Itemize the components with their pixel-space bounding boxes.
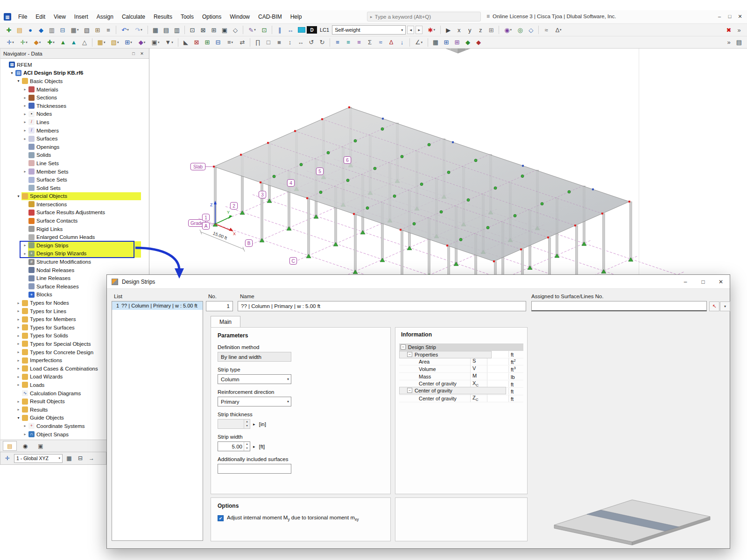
overflow-icon[interactable]: » <box>734 25 744 35</box>
support-icon[interactable]: ⊟ <box>213 38 223 47</box>
menu-item[interactable]: CAD-BIM <box>254 12 286 22</box>
grid-blue-icon[interactable]: ⊞ <box>441 38 451 47</box>
expander-icon[interactable]: ▸ <box>22 96 28 100</box>
expander-icon[interactable]: ▸ <box>15 366 21 371</box>
diamond-green-icon[interactable]: ◆ <box>463 38 473 47</box>
edit-icon[interactable]: ✎ <box>246 25 259 35</box>
checkbox-checked[interactable]: ✔ <box>218 515 224 521</box>
close-model-icon[interactable]: ✖ <box>724 25 734 35</box>
tab-display-navigator[interactable]: ◉ <box>18 441 32 451</box>
tree-item[interactable]: Surface Sets <box>1 175 149 184</box>
tree-item[interactable]: ▾ Special Objects <box>1 192 149 201</box>
new-member-icon[interactable]: ◆ <box>31 38 44 47</box>
tab-views-navigator[interactable]: ▣ <box>34 441 48 451</box>
float-panel-button[interactable]: □ <box>129 50 138 57</box>
window-button[interactable]: ✕ <box>735 11 745 21</box>
load-down-icon[interactable]: ↓ <box>397 38 407 47</box>
tree-item[interactable]: ▾ ▤ ACI Design Strip KB.rf6 <box>1 69 149 77</box>
toolbar-icon[interactable] <box>499 26 499 34</box>
block-icon[interactable]: ▦ <box>95 38 108 47</box>
expander-icon[interactable]: ▸ <box>15 358 21 363</box>
menu-item[interactable]: View <box>49 12 70 22</box>
assigned-dropdown-button[interactable]: ▾ <box>720 301 730 311</box>
coord-z-icon[interactable]: z <box>475 25 486 35</box>
toolbar-icon[interactable] <box>440 26 441 34</box>
tab-data-navigator[interactable]: ▤ <box>3 441 17 451</box>
redo-icon[interactable]: ↷ <box>132 25 145 35</box>
menu-item[interactable]: Edit <box>31 12 49 22</box>
wave-icon[interactable]: ≈ <box>375 38 386 47</box>
tree-green-icon[interactable]: ▲ <box>58 38 68 47</box>
list-purple-icon[interactable]: ≡ <box>354 38 364 47</box>
dialog-window-button[interactable]: ✕ <box>712 275 730 288</box>
model-view[interactable]: ZYXSlabGrade123456ABC15.00 ft+Y-X <box>149 49 747 274</box>
toolbar-icon[interactable] <box>184 26 185 34</box>
dlubal-cloud-icon[interactable]: ● <box>25 25 35 35</box>
rotate-ccw-icon[interactable]: ↺ <box>306 38 317 47</box>
renumber-icon[interactable]: ≈ <box>541 25 551 35</box>
expander-icon[interactable]: ▸ <box>22 432 28 436</box>
pick-in-model-button[interactable]: ↖ <box>709 301 719 311</box>
toolbar-icon[interactable] <box>250 38 250 47</box>
menu-item[interactable]: Tools <box>176 12 198 22</box>
view-wire-icon[interactable]: ◇ <box>230 25 240 35</box>
tree-item[interactable]: ▸ Thicknesses <box>1 102 149 110</box>
expander-icon[interactable]: ▸ <box>15 350 21 354</box>
plate-icon[interactable]: □ <box>263 38 274 47</box>
layout-split-icon[interactable]: ▥ <box>172 25 182 35</box>
snap-grid-icon[interactable]: ⊞ <box>486 25 496 35</box>
expander-icon[interactable]: ▸ <box>15 375 21 379</box>
collapse-icon[interactable]: − <box>401 344 406 350</box>
toolbar-icon[interactable] <box>330 38 330 47</box>
wall-icon[interactable]: ■ <box>274 38 284 47</box>
guide-lines-icon[interactable]: ∥ <box>275 25 285 35</box>
list-teal-icon[interactable]: ≡ <box>343 38 353 47</box>
search-box[interactable]: ▸ <box>367 12 481 21</box>
toolbar-icon[interactable] <box>428 38 428 47</box>
grid-dark-icon[interactable]: ▦ <box>430 38 441 47</box>
expander-icon[interactable]: ▸ <box>15 325 21 329</box>
hinge-icon[interactable]: ≡ <box>224 38 237 47</box>
collapse-icon[interactable]: − <box>407 352 412 357</box>
menu-item[interactable]: Assign <box>92 12 118 22</box>
undo-icon[interactable]: ↶ <box>119 25 132 35</box>
expander-icon[interactable]: ▸ <box>15 383 21 387</box>
coord-y-icon[interactable]: y <box>465 25 475 35</box>
tree-outline-icon[interactable]: △ <box>79 38 90 47</box>
design-strip-list-item[interactable]: 1 ?? | Column | Primary | w : 5.00 ft <box>112 301 203 310</box>
tree-item[interactable]: ▸ / Lines <box>1 118 149 126</box>
spinner-input[interactable]: 5.00 ▴▾ <box>218 441 250 451</box>
toolbar-icon[interactable] <box>148 26 148 34</box>
expander-icon[interactable]: ▸ <box>15 309 21 313</box>
unit-picker-icon[interactable]: ▸ <box>253 422 255 427</box>
tree-item[interactable]: ▸ Surfaces <box>1 134 149 143</box>
spinner-input[interactable]: ▴▾ <box>218 419 250 429</box>
tree-item[interactable]: ▸ + Design Strip Wizards <box>1 250 149 258</box>
toolbar-icon[interactable] <box>538 26 539 34</box>
diamond-red-icon[interactable]: ◆ <box>473 38 484 47</box>
new-surface-icon[interactable]: ✚ <box>44 38 57 47</box>
solid-icon[interactable]: ⊞ <box>122 38 135 47</box>
menu-item[interactable]: Window <box>226 12 254 22</box>
tree-item[interactable]: ▸ • Nodes <box>1 110 149 119</box>
tree-item[interactable]: ▾ Basic Objects <box>1 77 149 85</box>
new-node-icon[interactable]: ✛ <box>4 38 17 47</box>
text-field[interactable] <box>218 464 291 474</box>
tree-item[interactable]: Intersections <box>1 200 149 209</box>
expander-icon[interactable]: ▸ <box>15 301 21 305</box>
tree-item[interactable]: Surface Contacts <box>1 217 149 225</box>
overflow2-icon[interactable]: » <box>724 38 734 47</box>
menu-item[interactable]: Calculate <box>118 12 149 22</box>
render-mode-icon[interactable] <box>298 27 305 33</box>
view-solid-icon[interactable]: ▣ <box>219 25 230 35</box>
cs-apply-icon[interactable]: → <box>87 454 96 463</box>
opening-icon[interactable]: ▧ <box>108 38 121 47</box>
partial-view-icon[interactable]: ◎ <box>515 25 525 35</box>
tree-item[interactable]: ▸ Member Sets <box>1 168 149 176</box>
list-blue-icon[interactable]: ≡ <box>332 38 343 47</box>
spinner-buttons[interactable]: ▴▾ <box>244 442 250 451</box>
delete-mesh-icon[interactable]: ⊠ <box>191 38 202 47</box>
dimension-icon[interactable]: ↔ <box>285 25 296 35</box>
window-button[interactable]: □ <box>725 11 735 21</box>
angle-icon[interactable]: ∠ <box>412 38 425 47</box>
